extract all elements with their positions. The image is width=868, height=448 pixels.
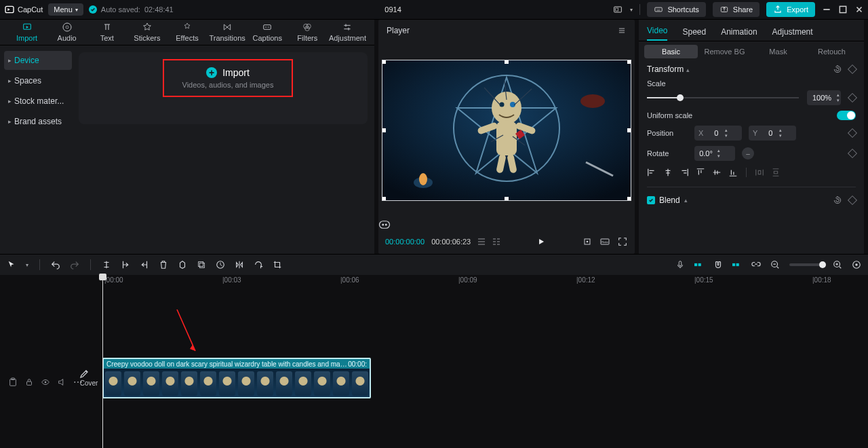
align-top-icon[interactable] xyxy=(696,168,705,177)
nav-device[interactable]: ▸Device xyxy=(4,51,72,70)
keyframe-icon[interactable] xyxy=(848,149,857,158)
menu-button[interactable]: Menu ▾ xyxy=(48,3,83,16)
align-center-v-icon[interactable] xyxy=(712,168,722,177)
zoom-out-icon[interactable] xyxy=(770,260,780,269)
subtab-mask[interactable]: Mask xyxy=(751,45,805,58)
zoom-slider[interactable] xyxy=(789,263,823,266)
y-input[interactable] xyxy=(762,128,779,138)
spinner-icon[interactable]: ▴▾ xyxy=(717,148,722,159)
window-minimize-icon[interactable] xyxy=(822,5,831,14)
window-maximize-icon[interactable] xyxy=(838,5,848,14)
tab-adjustment[interactable]: Adjustment xyxy=(328,20,368,45)
tab-text[interactable]: Text xyxy=(87,20,127,45)
spinner-icon[interactable]: ▴▾ xyxy=(779,128,783,138)
timeline-ruler[interactable]: |00:00 |00:03 |00:06 |00:09 |00:12 |00:1… xyxy=(102,275,868,287)
position-y-field[interactable]: Y▴▾ xyxy=(749,126,796,141)
reset-icon[interactable] xyxy=(833,64,842,74)
checkbox-checked-icon[interactable] xyxy=(647,196,655,204)
hamburger-icon[interactable] xyxy=(617,26,627,35)
mirror-icon[interactable] xyxy=(235,260,244,269)
list-icon[interactable] xyxy=(477,238,486,246)
crop-icon[interactable] xyxy=(273,260,282,269)
export-button[interactable]: Export xyxy=(766,2,815,17)
window-close-icon[interactable] xyxy=(854,5,864,14)
split-icon[interactable] xyxy=(102,260,111,269)
pointer-icon[interactable] xyxy=(7,260,16,269)
keyframe-icon[interactable] xyxy=(848,64,857,74)
undo-icon[interactable] xyxy=(51,260,60,269)
duplicate-icon[interactable] xyxy=(197,260,206,269)
reset-icon[interactable] xyxy=(833,195,842,205)
cover-button[interactable]: Cover xyxy=(79,369,99,387)
play-icon[interactable] xyxy=(536,237,546,246)
aspect-ratio-icon[interactable] xyxy=(612,4,623,15)
grid-icon[interactable] xyxy=(492,238,500,246)
align-right-icon[interactable] xyxy=(679,168,689,177)
keyframe-icon[interactable] xyxy=(848,195,857,205)
tab-audio[interactable]: Audio xyxy=(47,20,87,45)
keyframe-icon[interactable] xyxy=(848,93,857,102)
scale-slider[interactable] xyxy=(647,93,799,102)
magnet-icon[interactable] xyxy=(713,260,723,269)
shortcuts-button[interactable]: Shortcuts xyxy=(647,2,705,17)
spinner-icon[interactable]: ▴▾ xyxy=(725,128,729,138)
ratio-icon[interactable]: Ratio xyxy=(599,236,610,247)
clipboard-icon[interactable] xyxy=(8,377,18,387)
chevron-down-icon[interactable]: ▾ xyxy=(630,7,633,13)
link-icon[interactable] xyxy=(751,260,761,269)
subtab-removebg[interactable]: Remove BG xyxy=(698,45,751,58)
tab-adjustment[interactable]: Adjustment xyxy=(772,23,813,41)
tab-import[interactable]: Import xyxy=(7,20,47,45)
rotate-icon[interactable] xyxy=(254,260,263,269)
rotate-dial-icon[interactable]: – xyxy=(742,147,754,160)
caption-toggle[interactable] xyxy=(378,219,635,229)
zoom-in-icon[interactable] xyxy=(833,260,842,269)
snap-right-icon[interactable] xyxy=(732,260,742,269)
spinner-icon[interactable]: ▴▾ xyxy=(837,92,841,103)
align-center-h-icon[interactable] xyxy=(663,168,673,177)
chevron-down-icon[interactable]: ▾ xyxy=(26,262,28,268)
playhead[interactable] xyxy=(102,275,103,448)
marker-icon[interactable] xyxy=(178,260,187,269)
tab-animation[interactable]: Animation xyxy=(721,23,757,41)
timeline-clip[interactable]: Creepy voodoo doll on dark scary spiritu… xyxy=(102,358,371,398)
share-button[interactable]: Share xyxy=(713,2,760,17)
import-dropzone[interactable]: + Import Videos, audios, and images xyxy=(79,52,368,124)
tab-filters[interactable]: Filters xyxy=(288,20,328,45)
tab-transitions[interactable]: Transitions xyxy=(208,20,248,45)
eye-icon[interactable] xyxy=(41,377,50,387)
mic-icon[interactable] xyxy=(675,260,685,269)
lock-icon[interactable] xyxy=(24,377,34,387)
crop-target-icon[interactable] xyxy=(582,236,593,247)
align-bottom-icon[interactable] xyxy=(728,168,738,177)
align-left-icon[interactable] xyxy=(647,168,656,177)
uniform-scale-toggle[interactable] xyxy=(837,111,856,120)
redo-icon[interactable] xyxy=(70,260,79,269)
tab-effects[interactable]: Effects xyxy=(167,20,207,45)
video-frame[interactable] xyxy=(382,60,631,200)
tab-stickers[interactable]: Stickers xyxy=(127,20,167,45)
tab-captions[interactable]: Captions xyxy=(248,20,288,45)
subtab-basic[interactable]: Basic xyxy=(644,45,698,58)
zoom-fit-icon[interactable] xyxy=(852,260,861,269)
position-x-field[interactable]: X▴▾ xyxy=(694,126,742,141)
delete-icon[interactable] xyxy=(159,260,168,269)
reverse-icon[interactable] xyxy=(216,260,225,269)
rotate-field[interactable]: ▴▾ xyxy=(694,146,735,161)
keyframe-icon[interactable] xyxy=(848,128,857,138)
tab-speed[interactable]: Speed xyxy=(682,23,706,41)
tab-video[interactable]: Video xyxy=(647,22,667,41)
trim-right-icon[interactable] xyxy=(140,260,149,269)
fullscreen-icon[interactable] xyxy=(617,236,628,247)
player-viewport[interactable] xyxy=(378,41,635,219)
nav-stock[interactable]: ▸Stock mater... xyxy=(4,92,72,111)
x-input[interactable] xyxy=(707,128,725,138)
scale-field[interactable]: ▴▾ xyxy=(807,90,841,105)
mute-icon[interactable] xyxy=(57,377,66,387)
nav-brand[interactable]: ▸Brand assets xyxy=(4,112,72,131)
subtab-retouch[interactable]: Retouch xyxy=(805,45,859,58)
nav-spaces[interactable]: ▸Spaces xyxy=(4,71,72,90)
rotate-input[interactable] xyxy=(694,149,717,158)
trim-left-icon[interactable] xyxy=(121,260,130,269)
scale-input[interactable] xyxy=(807,93,837,102)
